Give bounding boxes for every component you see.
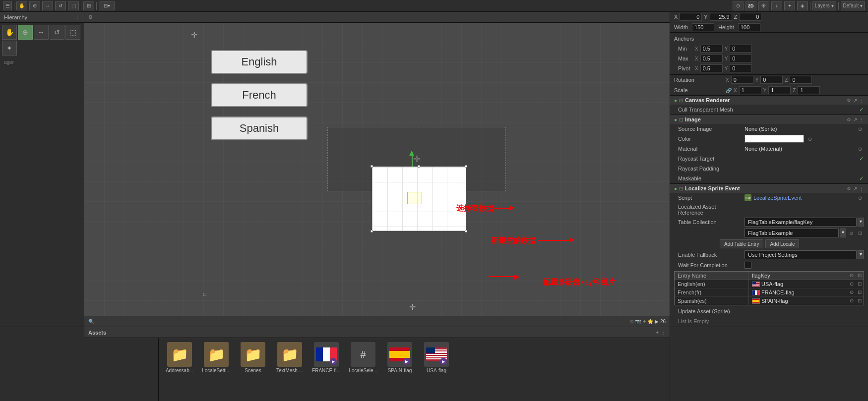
left-sidebar: Hierarchy ⋮ ✋ ⊕ ↔ ↺ ⬚ ✦ ager: [0, 12, 84, 327]
toolbar-light-btn[interactable]: ☀: [758, 1, 769, 10]
localized-asset-dropdown[interactable]: ▾: [858, 218, 864, 227]
french-icon2[interactable]: ⊡: [856, 288, 864, 296]
localize-more[interactable]: ⋮: [859, 186, 864, 191]
asset-item-localesetti[interactable]: 📁 LocaleSetti...: [199, 342, 233, 373]
annotation-config-lang: 配置多语言key和图片: [543, 278, 615, 287]
scene-toolbar-btn3[interactable]: ↔: [42, 1, 53, 10]
toolbar-gizmo-btn[interactable]: ◈: [797, 1, 808, 10]
scene-canvas[interactable]: ✛ □ English French Spanish ✛: [84, 23, 670, 327]
tool-rotate[interactable]: ↔: [34, 25, 49, 40]
scene-crosshair-bottom: ✛: [409, 302, 416, 312]
entry-name-icon2[interactable]: ⊡: [856, 272, 864, 280]
localized-asset-ref[interactable]: FlagTableExample/flagKey: [744, 218, 857, 227]
scene-toolbar-btn4[interactable]: ↺: [55, 1, 66, 10]
scene-toolbar: ⚙: [84, 12, 670, 23]
assets-grid: 📁 Addressab... 📁 LocaleSetti... 📁 Scenes…: [159, 338, 670, 401]
tool-transform[interactable]: ⊕: [18, 25, 33, 40]
asset-item-usa-flag[interactable]: ▶ USA-flag: [420, 342, 453, 373]
use-project-settings[interactable]: Use Project Settings: [744, 250, 857, 259]
top-toolbar: ☰ ✋ ⊕ ↔ ↺ ⬚ ⊞ ⊟▾ ⊙ 2D ☀ ♪ ✦ ◈ Layers ▾ D…: [0, 0, 868, 12]
scene-status-bar: 🔍 ⊡ 📷 ✦ ⭐ ▶ 26: [84, 316, 670, 327]
scene-toolbar-btn1[interactable]: ✋: [16, 1, 27, 10]
add-locale-btn[interactable]: Add Locale: [765, 239, 799, 248]
spanish-icon2[interactable]: ⊡: [856, 297, 864, 305]
english-button[interactable]: English: [211, 50, 308, 74]
source-image-picker[interactable]: ⊙: [856, 126, 864, 132]
spanish-button[interactable]: Spanish: [211, 116, 308, 140]
corner-tl: □: [203, 291, 206, 297]
table-collection-icon1[interactable]: ⊙: [847, 230, 855, 236]
english-icon2[interactable]: ⊡: [856, 280, 864, 288]
right-panel: X 0 Y 25.9 Z 0 Width 150 Height 100 An: [670, 12, 868, 327]
annotation-select-data: 选择表数据: [456, 204, 494, 213]
table-collection-value[interactable]: FlagTableExample: [744, 229, 839, 237]
toolbar-2d-btn[interactable]: 2D: [745, 1, 756, 10]
canvas-renderer-more[interactable]: ⋮: [859, 98, 864, 103]
table-collection-icon2[interactable]: ⊡: [856, 230, 864, 236]
material-picker[interactable]: ⊙: [856, 146, 864, 152]
asset-item-spain-flag[interactable]: ▶ SPAIN-flag: [383, 342, 417, 373]
image-expand[interactable]: ↗: [853, 117, 857, 122]
asset-item-france-flag[interactable]: ▶ FRANCE-fl...: [310, 342, 343, 373]
image-menu[interactable]: ⚙: [847, 117, 851, 122]
toolbar-layers-btn[interactable]: Layers ▾: [812, 1, 836, 10]
toolbar-grid-btn[interactable]: ⊞: [83, 1, 94, 10]
tool-custom[interactable]: ✦: [2, 41, 17, 56]
localize-menu[interactable]: ⚙: [847, 186, 851, 191]
scene-toolbar-btn2[interactable]: ⊕: [29, 1, 40, 10]
image-header[interactable]: ● ⊡ Image ⚙ ↗ ⋮: [670, 115, 868, 124]
toolbar-separator-3: [96, 2, 97, 10]
scene-crosshair-topleft: ✛: [191, 30, 197, 40]
annotation-new-data: 新建空的数据: [491, 236, 536, 245]
canvas-renderer-header[interactable]: ● ⊡ Canvas Renderer ⚙ ↗ ⋮: [670, 96, 868, 105]
scene-settings-icon[interactable]: ⚙: [88, 14, 93, 20]
toolbar-separator-4: [810, 2, 810, 10]
table-collection-dropdown[interactable]: ▾: [840, 229, 846, 237]
spain-flag-icon: [752, 298, 760, 304]
france-flag-icon: [752, 290, 760, 295]
add-table-entry-btn[interactable]: Add Table Entry: [720, 239, 763, 248]
french-button[interactable]: French: [211, 83, 308, 107]
fallback-dropdown[interactable]: ▾: [858, 250, 864, 259]
toolbar-menu-icon[interactable]: ☰: [3, 1, 12, 10]
asset-item-localesele[interactable]: # LocaleSele...: [346, 342, 380, 373]
toolbar-separator-2: [81, 2, 81, 10]
scene-view: ⚙ ✛ □ English French Spanish ✛: [84, 12, 670, 327]
image-more[interactable]: ⋮: [859, 117, 864, 122]
image-object[interactable]: [372, 167, 466, 231]
script-picker[interactable]: ⊙: [856, 195, 864, 201]
canvas-renderer-menu[interactable]: ⚙: [847, 98, 851, 103]
spanish-icon1[interactable]: ⊙: [848, 297, 856, 305]
canvas-renderer-expand[interactable]: ↗: [853, 98, 857, 103]
assets-panel: Assets + ⋮ 📁 Addressab... 📁 Local: [84, 327, 670, 401]
tool-hand[interactable]: ✋: [2, 25, 17, 40]
toolbar-audio-btn[interactable]: ♪: [771, 1, 782, 10]
asset-item-textmesh[interactable]: 📁 TextMesh ...: [273, 342, 307, 373]
localize-header[interactable]: ● ⊡ Localize Sprite Event ⚙ ↗ ⋮: [670, 184, 868, 193]
english-icon1[interactable]: ⊙: [848, 280, 856, 288]
hierarchy-label: ager: [0, 57, 84, 67]
toolbar-persp-btn[interactable]: ⊙: [733, 1, 744, 10]
entry-name-icon[interactable]: ⊙: [848, 272, 856, 280]
asset-tree: [84, 338, 159, 401]
assets-toolbar: Assets + ⋮: [84, 327, 670, 338]
color-swatch[interactable]: [744, 135, 804, 143]
toolbar-layout-btn[interactable]: Default ▾: [841, 1, 865, 10]
tool-scale[interactable]: ↺: [50, 25, 64, 40]
usa-flag-icon: [752, 282, 760, 287]
toolbar-snap-btn[interactable]: ⊟▾: [99, 1, 115, 10]
asset-item-scenes[interactable]: 📁 Scenes: [236, 342, 270, 373]
script-value[interactable]: LocalizeSpriteEvent: [753, 195, 802, 201]
toolbar-effect-btn[interactable]: ✦: [784, 1, 795, 10]
right-panel-scroll: Anchors Min X 0.5 Y 0 Max X 0.5 Y 0: [670, 33, 868, 327]
hierarchy-header: Hierarchy ⋮: [0, 12, 84, 23]
french-icon1[interactable]: ⊙: [848, 288, 856, 296]
color-picker[interactable]: ⊙: [806, 136, 814, 142]
localize-expand[interactable]: ↗: [853, 186, 857, 191]
asset-item-addressab[interactable]: 📁 Addressab...: [163, 342, 196, 373]
toolbar-separator-1: [14, 2, 14, 10]
scene-toolbar-btn5[interactable]: ⬚: [68, 1, 79, 10]
toolbar-separator-5: [838, 2, 839, 10]
tool-rect[interactable]: ⬚: [65, 25, 80, 40]
